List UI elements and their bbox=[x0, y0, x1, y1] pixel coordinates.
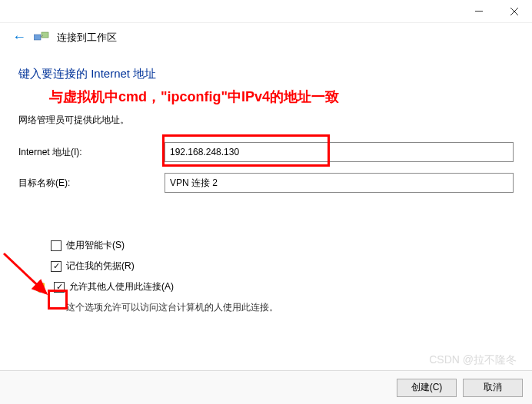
svg-rect-3 bbox=[34, 35, 41, 40]
minimize-icon bbox=[475, 11, 483, 12]
titlebar bbox=[0, 0, 532, 23]
smartcard-label: 使用智能卡(S) bbox=[66, 239, 125, 252]
address-row: Internet 地址(I): bbox=[18, 142, 514, 162]
minimize-button[interactable] bbox=[461, 0, 497, 23]
svg-rect-4 bbox=[42, 32, 48, 38]
shield-icon bbox=[34, 281, 46, 293]
footer: 创建(C) 取消 bbox=[0, 370, 532, 404]
cancel-button[interactable]: 取消 bbox=[463, 379, 523, 397]
network-icon bbox=[34, 31, 49, 44]
address-label: Internet 地址(I): bbox=[18, 146, 165, 159]
sub-text: 网络管理员可提供此地址。 bbox=[18, 114, 514, 127]
page-heading: 键入要连接的 Internet 地址 bbox=[18, 67, 514, 81]
back-arrow-icon[interactable]: ← bbox=[12, 29, 26, 45]
remember-label: 记住我的凭据(R) bbox=[66, 260, 135, 273]
watermark: CSDN @拉不隆冬 bbox=[429, 353, 517, 367]
allow-option[interactable]: ✓ 允许其他人使用此连接(A) bbox=[51, 280, 514, 293]
content-area: 键入要连接的 Internet 地址 与虚拟机中cmd，"ipconfig"中I… bbox=[0, 51, 532, 314]
header: ← 连接到工作区 bbox=[0, 23, 532, 51]
allow-checkbox[interactable]: ✓ bbox=[54, 282, 65, 293]
remember-checkbox[interactable]: ✓ bbox=[51, 261, 62, 272]
address-input[interactable] bbox=[165, 142, 514, 162]
destname-input[interactable] bbox=[165, 173, 514, 193]
svg-rect-0 bbox=[475, 11, 483, 12]
allow-description: 这个选项允许可以访问这台计算机的人使用此连接。 bbox=[66, 301, 514, 314]
options-group: 使用智能卡(S) ✓ 记住我的凭据(R) ✓ 允许其他人使用此连接(A) 这个选… bbox=[51, 239, 514, 314]
smartcard-option[interactable]: 使用智能卡(S) bbox=[51, 239, 514, 252]
destname-row: 目标名称(E): bbox=[18, 173, 514, 193]
close-button[interactable] bbox=[497, 0, 532, 23]
window-title: 连接到工作区 bbox=[57, 31, 117, 45]
smartcard-checkbox[interactable] bbox=[51, 240, 62, 251]
destname-label: 目标名称(E): bbox=[18, 177, 165, 190]
allow-label: 允许其他人使用此连接(A) bbox=[69, 280, 174, 293]
create-button[interactable]: 创建(C) bbox=[397, 379, 457, 397]
remember-option[interactable]: ✓ 记住我的凭据(R) bbox=[51, 260, 514, 273]
close-icon bbox=[510, 8, 518, 15]
annotation-text: 与虚拟机中cmd，"ipconfig"中IPv4的地址一致 bbox=[49, 88, 514, 106]
